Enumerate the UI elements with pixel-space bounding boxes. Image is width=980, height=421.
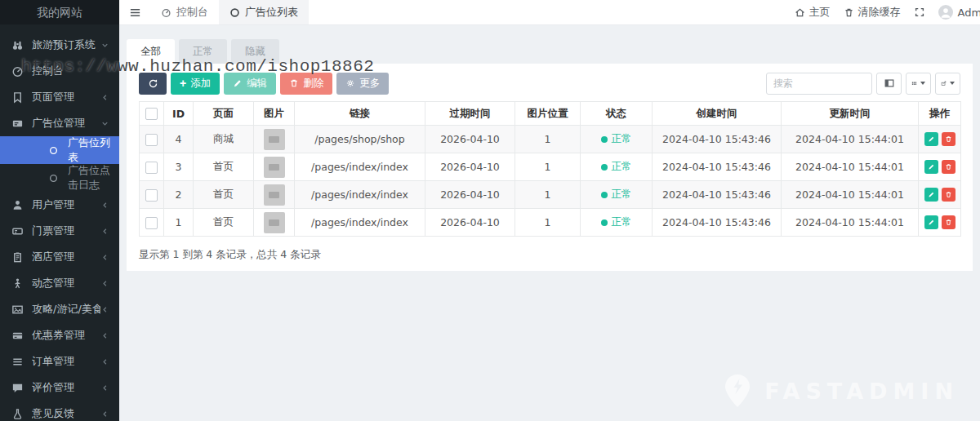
table-header-row: ID 页面 图片 链接 过期时间 图片位置 状态 创建时间 更新时间 操作	[140, 102, 961, 126]
col-position[interactable]: 图片位置	[515, 102, 581, 126]
cell-created: 2024-04-10 15:43:46	[653, 153, 782, 181]
cell-page: 商城	[194, 126, 254, 153]
filter-tab-normal[interactable]: 正常	[179, 39, 227, 64]
toggle-view-button[interactable]	[876, 73, 902, 95]
table-row[interactable]: 4 商城 /pages/shop/shop 2026-04-10 1 正常 20…	[140, 126, 961, 153]
clear-cache-link[interactable]: 清除缓存	[844, 5, 901, 20]
sidebar-item-reviews[interactable]: 评价管理	[0, 374, 119, 401]
columns-button[interactable]	[906, 73, 931, 95]
row-delete-button[interactable]	[942, 160, 956, 174]
delete-button[interactable]: 删除	[280, 73, 332, 95]
sidebar-item-users[interactable]: 用户管理	[0, 192, 119, 218]
cell-position: 1	[515, 153, 581, 181]
nav-tab-ad-list[interactable]: 广告位列表	[219, 0, 309, 24]
row-checkbox[interactable]	[145, 162, 158, 174]
col-created[interactable]: 创建时间	[653, 102, 782, 126]
row-edit-button[interactable]	[924, 215, 938, 229]
nav-tab-dashboard[interactable]: 控制台	[150, 0, 219, 24]
cell-id: 4	[164, 126, 194, 153]
cell-updated: 2024-04-10 15:44:01	[782, 209, 919, 237]
sidebar-item-label: 评价管理	[32, 380, 100, 395]
filter-tab-all[interactable]: 全部	[127, 39, 175, 64]
row-edit-button[interactable]	[924, 188, 938, 202]
ad-image-thumbnail[interactable]	[264, 157, 285, 178]
hotel-icon	[11, 251, 24, 264]
search-input[interactable]	[766, 73, 872, 95]
ad-image-thumbnail[interactable]	[264, 129, 285, 150]
col-status[interactable]: 状态	[581, 102, 653, 126]
sidebar-item-dashboard[interactable]: 控制台	[0, 58, 119, 84]
pencil-icon	[928, 135, 935, 143]
row-checkbox[interactable]	[145, 217, 158, 229]
edit-button[interactable]: 编辑	[224, 73, 276, 95]
ad-image-thumbnail[interactable]	[264, 184, 285, 206]
ad-image-thumbnail[interactable]	[264, 212, 285, 233]
more-button[interactable]: 更多	[336, 73, 389, 95]
row-delete-button[interactable]	[942, 215, 956, 229]
cell-link: /pages/index/index	[295, 181, 425, 209]
cell-link: /pages/index/index	[295, 153, 425, 181]
sidebar-item-ads[interactable]: 广告位管理	[0, 110, 119, 136]
col-page[interactable]: 页面	[194, 102, 254, 126]
sidebar-menu: 旅游预订系统 控制台 页面管理 广告位管理 广告位列表	[0, 24, 119, 421]
table-row[interactable]: 1 首页 /pages/index/index 2026-04-10 1 正常 …	[140, 209, 961, 237]
ad-list-panel: +添加 编辑 删除 更多 ID 页面 图片 链接	[127, 64, 973, 271]
plus-icon: +	[180, 78, 186, 89]
card-view-icon	[884, 78, 895, 89]
select-all-checkbox[interactable]	[145, 108, 158, 120]
sidebar-item-ad-click-log[interactable]: 广告位点击日志	[0, 164, 119, 192]
table-row[interactable]: 3 首页 /pages/index/index 2026-04-10 1 正常 …	[140, 153, 961, 181]
status-badge: 正常	[601, 215, 632, 229]
sidebar-item-feedback[interactable]: 意见反馈	[0, 401, 119, 421]
col-id[interactable]: ID	[164, 102, 194, 126]
coupon-card-icon	[11, 330, 24, 342]
add-button[interactable]: +添加	[171, 73, 220, 95]
menu-toggle-icon[interactable]	[119, 0, 150, 24]
status-badge: 正常	[601, 160, 632, 174]
cell-position: 1	[515, 126, 581, 153]
refresh-button[interactable]	[139, 73, 167, 95]
sidebar-item-ad-list[interactable]: 广告位列表	[0, 136, 119, 164]
cell-id: 1	[164, 209, 194, 237]
sidebar-item-orders[interactable]: 订单管理	[0, 348, 119, 374]
sidebar-item-coupons[interactable]: 优惠券管理	[0, 322, 119, 348]
row-delete-button[interactable]	[942, 188, 956, 202]
cell-position: 1	[515, 181, 581, 209]
cell-link: /pages/shop/shop	[295, 126, 425, 153]
row-edit-button[interactable]	[924, 160, 938, 174]
sidebar-item-tickets[interactable]: 门票管理	[0, 218, 119, 244]
col-expire[interactable]: 过期时间	[425, 102, 515, 126]
home-link[interactable]: 主页	[795, 5, 831, 20]
user-icon	[11, 199, 24, 211]
row-checkbox[interactable]	[145, 189, 158, 202]
status-dot	[601, 219, 608, 226]
row-delete-button[interactable]	[942, 132, 956, 146]
more-label: 更多	[359, 77, 380, 91]
row-checkbox[interactable]	[145, 134, 158, 146]
table-row[interactable]: 2 首页 /pages/index/index 2026-04-10 1 正常 …	[140, 181, 961, 209]
sidebar-item-dynamics[interactable]: 动态管理	[0, 270, 119, 296]
binoculars-icon	[11, 39, 24, 51]
col-image[interactable]: 图片	[254, 102, 295, 126]
gauge-icon	[11, 65, 24, 78]
sidebar-item-travel-system[interactable]: 旅游预订系统	[0, 32, 119, 58]
filter-tab-hidden[interactable]: 隐藏	[231, 39, 279, 64]
chevron-down-icon	[100, 41, 109, 50]
cell-link: /pages/index/index	[295, 209, 425, 237]
trash-icon	[945, 163, 952, 171]
sidebar-item-label: 页面管理	[32, 90, 100, 104]
chevron-left-icon	[100, 410, 109, 419]
col-link[interactable]: 链接	[295, 102, 425, 126]
cell-created: 2024-04-10 15:43:46	[653, 181, 782, 209]
fullscreen-icon[interactable]	[914, 7, 925, 18]
col-updated[interactable]: 更新时间	[782, 102, 919, 126]
chevron-down-icon	[100, 119, 109, 128]
export-button[interactable]	[935, 73, 960, 95]
sidebar-item-guides[interactable]: 攻略/游记/美食	[0, 296, 119, 322]
user-menu[interactable]: Admin	[938, 5, 980, 20]
cell-updated: 2024-04-10 15:44:01	[782, 181, 919, 209]
sidebar-item-hotels[interactable]: 酒店管理	[0, 244, 119, 270]
row-edit-button[interactable]	[924, 132, 938, 146]
trash-icon	[945, 135, 952, 143]
sidebar-item-pages[interactable]: 页面管理	[0, 84, 119, 110]
